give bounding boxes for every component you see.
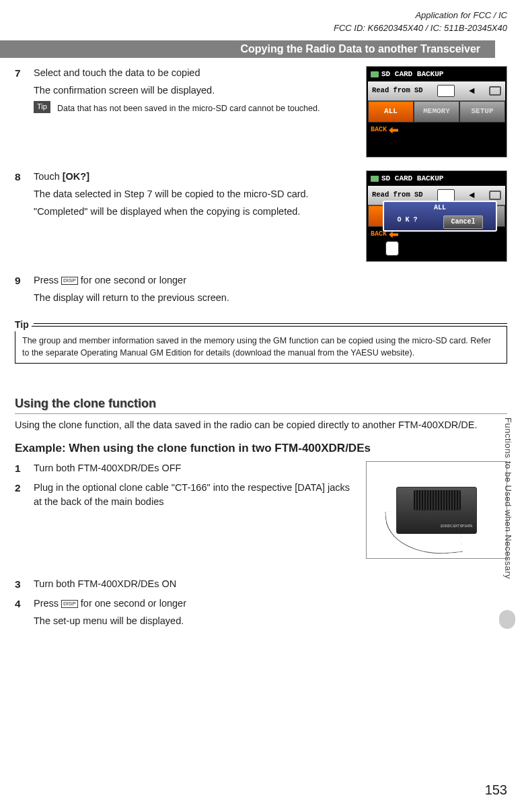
step-7: 7 Select and touch the data to be copied… (15, 66, 507, 115)
header-line1: Application for FCC / IC (334, 9, 507, 22)
tip-badge: Tip (34, 101, 50, 113)
header-line2: FCC ID: K6620345X40 / IC: 511B-20345X40 (334, 22, 507, 35)
step-c1-num: 1 (15, 461, 27, 476)
radio-rear-illustration: 10.5VDC EXT SP DATA (366, 461, 507, 559)
subheading-example: Example: When using the clone function i… (15, 440, 507, 457)
tip-box-label: Tip (15, 318, 32, 331)
side-tab-text: Functions to be Used when Necessary (501, 417, 514, 579)
tip-box-rule (34, 323, 507, 324)
tip-box: Tip The group and member information sav… (15, 318, 507, 364)
cable-illustration (385, 505, 463, 558)
step-8-body: Touch [OK?] The data selected in Step 7 … (34, 170, 357, 222)
step-c4-body: Press DISP for one second or longer The … (34, 597, 507, 632)
step-c4-line1: Press DISP for one second or longer (34, 597, 507, 611)
step-9-line1: Press DISP for one second or longer (34, 273, 507, 287)
step-7-num: 7 (15, 66, 27, 115)
page-title: Copying the Radio Data to another Transc… (240, 41, 480, 57)
step-c3: 3 Turn both FTM-400XDR/DEs ON (15, 577, 507, 592)
tip-text: Data that has not been saved in the micr… (57, 104, 320, 113)
header-info: Application for FCC / IC FCC ID: K662034… (334, 9, 507, 35)
disp-icon: DISP (61, 600, 78, 608)
step-c4-line2: The set-up menu will be displayed. (34, 614, 507, 628)
section-intro: Using the clone function, all the data s… (15, 418, 507, 432)
step-c4: 4 Press DISP for one second or longer Th… (15, 597, 507, 632)
disp-icon: DISP (61, 277, 78, 285)
page-number: 153 (485, 780, 507, 800)
step-c3-num: 3 (15, 577, 27, 592)
step-7-body: Select and touch the data to be copied T… (34, 66, 357, 115)
step-8-line2: The data selected in Step 7 will be copi… (34, 187, 357, 201)
step-7-tip: Tip Data that has not been saved in the … (34, 101, 357, 115)
step-9-num: 9 (15, 273, 27, 308)
step-8-num: 8 (15, 170, 27, 222)
step-c3-body: Turn both FTM-400XDR/DEs ON (34, 577, 507, 592)
step-c1-body: Turn both FTM-400XDR/DEs OFF (34, 461, 357, 476)
step-8-line3: "Completed" will be displayed when the c… (34, 205, 357, 219)
step-7-line2: The confirmation screen will be displaye… (34, 83, 357, 98)
side-tab-marker (499, 610, 515, 629)
step-c2-num: 2 (15, 481, 27, 509)
step-c2-body: Plug in the optional clone cable "CT-166… (34, 481, 357, 509)
step-9-line2: The display will return to the previous … (34, 291, 507, 305)
step-8: 8 Touch [OK?] The data selected in Step … (15, 170, 507, 222)
page-title-bar: Copying the Radio Data to another Transc… (0, 40, 495, 58)
step-9-body: Press DISP for one second or longer The … (34, 273, 507, 308)
step-c4-num: 4 (15, 597, 27, 632)
step-9: 9 Press DISP for one second or longer Th… (15, 273, 507, 308)
step-7-line1: Select and touch the data to be copied (34, 66, 357, 80)
tip-box-body: The group and member information saved i… (15, 326, 507, 364)
section-heading-clone: Using the clone function (15, 395, 507, 414)
step-8-line1: Touch [OK?] (34, 170, 357, 184)
